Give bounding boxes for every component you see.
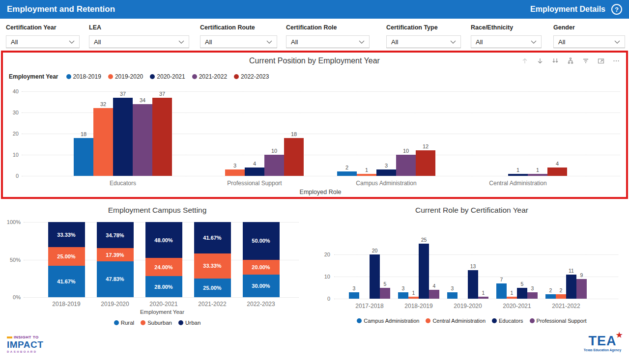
- segment-Urban[interactable]: 48.00%: [145, 222, 182, 258]
- filter-dropdown-lea[interactable]: All: [89, 35, 189, 48]
- tea-subtext: Texas Education Agency: [584, 348, 621, 352]
- bar-2019-2020[interactable]: [225, 169, 245, 176]
- filter-dropdown-certification-role[interactable]: All: [286, 35, 370, 48]
- legend-item-2022-2023[interactable]: 2022-2023: [234, 73, 269, 80]
- bar-Educators[interactable]: [517, 288, 527, 299]
- legend-title: Employment Year: [9, 73, 58, 80]
- bar-group: 22119: [542, 242, 591, 299]
- bar-slot: 10: [396, 91, 416, 176]
- bar-2020-2021[interactable]: [508, 174, 528, 176]
- filter-dropdown-certification-year[interactable]: All: [6, 35, 80, 48]
- legend-item-2021-2022[interactable]: 2021-2022: [192, 73, 227, 80]
- segment-Rural[interactable]: 25.00%: [194, 279, 231, 297]
- segment-Urban[interactable]: 34.78%: [97, 222, 134, 248]
- segment-Suburban[interactable]: 20.00%: [243, 260, 280, 275]
- bar-Central Administration[interactable]: [507, 297, 517, 299]
- chevron-down-icon: [266, 38, 272, 46]
- data-label: 3: [531, 285, 534, 291]
- filter-dropdown-gender[interactable]: All: [553, 35, 625, 48]
- more-options-icon[interactable]: [612, 57, 620, 65]
- help-icon[interactable]: ?: [611, 4, 622, 15]
- bar-Campus Administration[interactable]: [447, 292, 457, 299]
- bar-Campus Administration[interactable]: [545, 294, 556, 299]
- bar-2022-2023[interactable]: [547, 168, 567, 176]
- bar-Campus Administration[interactable]: [398, 292, 408, 299]
- bar-2019-2020[interactable]: [357, 174, 376, 176]
- bar-2018-2019[interactable]: [74, 138, 93, 176]
- bar-Professional Support[interactable]: [478, 297, 488, 299]
- bar-Central Administration[interactable]: [408, 297, 419, 299]
- legend-item-2019-2020[interactable]: 2019-2020: [108, 73, 143, 80]
- legend-item-Urban[interactable]: Urban: [178, 320, 200, 326]
- segment-Suburban[interactable]: 25.00%: [48, 247, 85, 266]
- legend-item-Central Administration[interactable]: Central Administration: [426, 318, 486, 324]
- bar-slot: 32: [93, 91, 113, 176]
- legend-item-2018-2019[interactable]: 2018-2019: [66, 73, 101, 80]
- bar-Professional Support[interactable]: [576, 279, 587, 299]
- segment-Suburban[interactable]: 24.00%: [145, 258, 182, 276]
- segment-Suburban[interactable]: 33.33%: [194, 253, 231, 279]
- filter-value: All: [205, 38, 212, 46]
- data-label: 2: [549, 287, 552, 293]
- segment-Rural[interactable]: 47.83%: [97, 261, 134, 297]
- segment-Urban[interactable]: 33.33%: [48, 222, 85, 247]
- bar-2021-2022[interactable]: [264, 155, 284, 176]
- bar-slot: [457, 242, 468, 299]
- bar-Professional Support[interactable]: [429, 290, 439, 299]
- bar-slot: 1: [507, 242, 517, 299]
- segment-Rural[interactable]: 30.00%: [243, 275, 280, 297]
- legend-dot: [66, 74, 71, 79]
- bar-Professional Support[interactable]: [527, 292, 538, 299]
- bar-Educators[interactable]: [468, 270, 478, 299]
- stacked-bar: 47.83%17.39%34.78%: [97, 222, 134, 297]
- segment-Rural[interactable]: 41.67%: [48, 266, 85, 297]
- bar-2022-2023[interactable]: [152, 98, 172, 176]
- bar-2021-2022[interactable]: [133, 104, 152, 176]
- bar-2020-2021[interactable]: [245, 168, 264, 176]
- x-axis-label: 2019-2020: [101, 301, 129, 308]
- double-arrow-down-icon[interactable]: [551, 57, 559, 65]
- bar-Campus Administration[interactable]: [496, 283, 507, 299]
- data-label: 1: [412, 290, 415, 296]
- legend-item-Campus Administration[interactable]: Campus Administration: [357, 318, 419, 324]
- filter-icon[interactable]: [582, 57, 590, 65]
- bar-2021-2022[interactable]: [528, 174, 547, 176]
- legend-item-Professional Support[interactable]: Professional Support: [530, 318, 587, 324]
- bar-2019-2020[interactable]: [93, 108, 113, 176]
- legend-item-2020-2021[interactable]: 2020-2021: [150, 73, 185, 80]
- bar-Central Administration[interactable]: [556, 294, 566, 299]
- legend-item-Suburban[interactable]: Suburban: [141, 320, 172, 326]
- filter-dropdown-certification-type[interactable]: All: [386, 35, 461, 48]
- drill-hierarchy-icon[interactable]: [567, 57, 574, 65]
- data-label: 9: [580, 272, 583, 278]
- segment-Urban[interactable]: 50.00%: [243, 222, 280, 260]
- legend-dot: [530, 318, 535, 323]
- bar-Educators[interactable]: [370, 254, 380, 299]
- segment-Urban[interactable]: 41.67%: [194, 222, 231, 253]
- segment-Rural[interactable]: 28.00%: [145, 276, 182, 297]
- tea-logo: TEA★ Texas Education Agency: [584, 335, 621, 352]
- bar-2021-2022[interactable]: [396, 155, 416, 176]
- bar-2020-2021[interactable]: [376, 169, 396, 176]
- bar-2018-2019[interactable]: [337, 171, 357, 176]
- x-axis-label: 2022-2023: [247, 301, 275, 308]
- x-axis-label: Educators: [110, 180, 136, 187]
- bar-2022-2023[interactable]: [416, 150, 435, 176]
- filter-dropdown-certification-route[interactable]: All: [200, 35, 277, 48]
- legend-item-Educators[interactable]: Educators: [492, 318, 523, 324]
- bar-2020-2021[interactable]: [113, 98, 133, 176]
- bar-Educators[interactable]: [419, 244, 429, 299]
- focus-mode-icon[interactable]: [597, 57, 605, 65]
- bar-group: 341018: [189, 91, 320, 176]
- y-axis-tick: 40: [6, 88, 19, 94]
- bar-Professional Support[interactable]: [380, 288, 390, 299]
- arrow-down-icon[interactable]: [536, 57, 544, 65]
- segment-Suburban[interactable]: 17.39%: [97, 248, 134, 261]
- bar-Educators[interactable]: [566, 275, 576, 299]
- arrow-up-icon[interactable]: [521, 57, 529, 65]
- filter-dropdown-race-ethnicity[interactable]: All: [471, 35, 542, 48]
- bar-2022-2023[interactable]: [284, 138, 304, 176]
- legend-item-Rural[interactable]: Rural: [114, 320, 134, 326]
- bar-Campus Administration[interactable]: [349, 292, 359, 299]
- report-page-label: Employment Details: [530, 5, 605, 14]
